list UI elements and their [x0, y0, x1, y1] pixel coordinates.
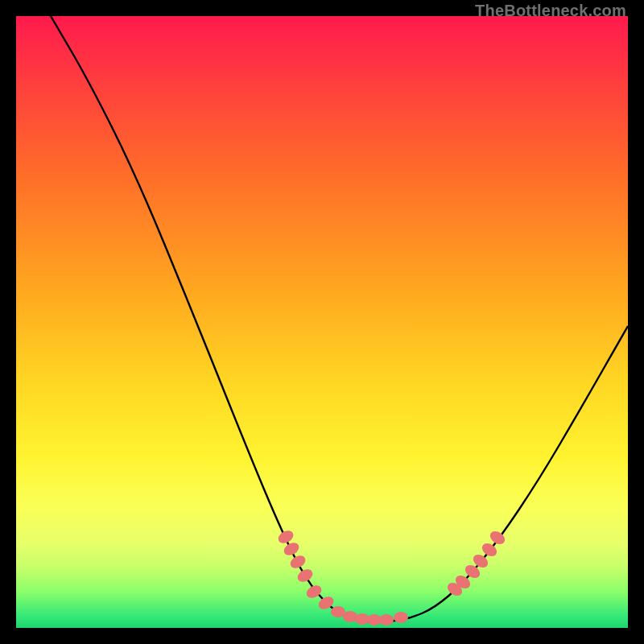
- highlight-dot: [288, 553, 308, 571]
- highlight-dot: [379, 614, 394, 625]
- highlight-dots-group: [276, 528, 507, 625]
- chart-frame: [16, 16, 628, 628]
- chart-svg: [16, 16, 628, 628]
- highlight-dot: [394, 612, 408, 623]
- highlight-dot: [295, 567, 315, 584]
- bottleneck-curve-path: [51, 16, 628, 622]
- highlight-dot: [343, 611, 357, 622]
